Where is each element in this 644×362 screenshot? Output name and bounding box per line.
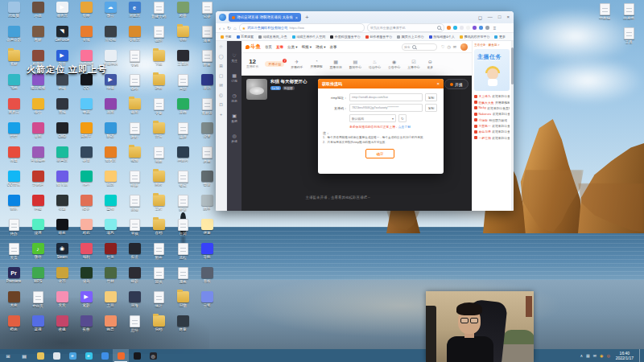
side-tool-icon[interactable]: ⊞ <box>219 64 223 68</box>
douyu-logo[interactable]: 斗鱼 <box>246 43 261 51</box>
tray-icon[interactable]: ◉ <box>600 353 603 358</box>
bookmark-item[interactable]: 外星科技服务平台 <box>330 35 361 39</box>
close-button[interactable]: × <box>506 14 510 20</box>
dashboard-item-开播提醒[interactable]: ◔开播提醒 <box>310 59 322 69</box>
extension-icon[interactable] <box>466 26 470 30</box>
file-explorer[interactable] <box>32 349 48 362</box>
side-tool-icon[interactable]: ◯ <box>218 54 223 59</box>
sidebar-item-订阅[interactable]: ▦订阅 <box>231 72 237 83</box>
scrollbar-thumb[interactable] <box>511 47 514 84</box>
nav-item-首页[interactable]: 首页 <box>265 45 272 49</box>
show-desktop-button[interactable] <box>639 349 642 362</box>
heart-icon[interactable]: ♡ <box>441 44 444 49</box>
sidebar-item-鱼吧[interactable]: ▣鱼吧 <box>231 113 237 123</box>
extension-icon[interactable] <box>473 26 477 30</box>
side-tool-icon[interactable]: ▢ <box>219 73 223 78</box>
taskbar-clock[interactable]: 16:40 2022/1/17 <box>616 351 634 360</box>
bookmark-item[interactable]: 游戏主播的个人空间 <box>292 35 326 39</box>
notice-list-item[interactable]: 暮色与海欢迎来到斗鱼直播 <box>473 129 511 134</box>
dashboard-item-活动中心[interactable]: ♨活动中心 <box>369 59 381 69</box>
ie-browser[interactable]: e <box>64 349 80 362</box>
tray-icon[interactable]: ✉ <box>593 353 597 358</box>
dashboard-item-直播日历[interactable]: ▦直播日历 <box>330 59 342 69</box>
notice-list-item[interactable]: 狂飙大大鱼开播提醒服务 <box>473 99 511 105</box>
user-avatar[interactable] <box>460 43 468 51</box>
confirm-button[interactable]: 确定 <box>365 149 394 158</box>
obs-studio[interactable]: ◎ <box>145 349 161 362</box>
page-scrollbar[interactable] <box>511 41 514 211</box>
page-search-box[interactable]: 搜索 <box>402 43 437 51</box>
extension-icon[interactable] <box>479 26 483 30</box>
bookmark-item[interactable]: 创作者服务平台 <box>365 35 393 39</box>
dashboard-item-开播助手[interactable]: ✈开播助手 <box>291 59 303 69</box>
dashboard-item-数据中心[interactable]: ▤数据中心 <box>349 59 361 69</box>
stream-plan-button[interactable]: 开播计划 7 <box>265 61 284 67</box>
task-link[interactable]: 主播任务 · 赚鱼翅 > <box>473 41 511 49</box>
side-tool-icon[interactable]: + <box>220 112 222 117</box>
bookmark-item[interactable]: 书签 <box>221 35 232 39</box>
stream-code-field[interactable]: 7821beu9306Qjg7wzIaowty********** <box>349 104 423 112</box>
qq-browser[interactable] <box>97 349 113 362</box>
dashboard-item-更多[interactable]: ⊖更多 <box>427 59 434 69</box>
tab-close-icon[interactable]: × <box>295 15 298 20</box>
side-tool-icon[interactable]: ✉ <box>219 83 223 88</box>
notice-list-item[interactable]: 小辣椒粉丝团升级啦 <box>473 117 511 123</box>
room-avatar[interactable] <box>246 79 267 100</box>
line-select[interactable]: 默认线路 ▾ <box>349 114 396 122</box>
extension-icon[interactable] <box>453 26 457 30</box>
nav-item-游戏[interactable]: 游戏 ▾ <box>316 45 326 49</box>
notice-list-item[interactable]: 天上傅九欢迎来到斗鱼直播 <box>473 93 511 99</box>
desktop-icon[interactable]: 白皮书 <box>617 3 640 20</box>
nav-item-直播[interactable]: 直播 <box>276 45 283 49</box>
address-bar[interactable]: ★ 武汉斗鱼网络科技有限公司 https://ww <box>239 23 365 32</box>
forward-button[interactable]: › <box>223 26 225 31</box>
nav-item-赛事[interactable]: 赛事 <box>330 45 337 49</box>
refresh-line-button[interactable]: ↻ <box>398 114 407 122</box>
bookmark-item[interactable]: 更多 <box>494 35 506 39</box>
maximize-button[interactable]: □ <box>498 14 502 20</box>
dashboard-item-主播中心[interactable]: ☑主播中心 <box>407 59 419 69</box>
browser-tab[interactable]: 游玩皇冠直播 游啊游直播间 大杂烩 × <box>229 13 301 22</box>
bookmark-item[interactable]: 网页云上工作台 <box>397 35 424 39</box>
copy-code-button[interactable]: 复制 <box>425 104 437 112</box>
side-tool-icon[interactable]: ⊡ <box>219 102 223 107</box>
menu-icon[interactable]: ≡ <box>493 26 497 31</box>
bookmark-item[interactable]: 熊猫相册&个人 <box>429 35 455 39</box>
browser-logo-icon[interactable] <box>219 14 226 21</box>
edge-browser[interactable]: e <box>80 349 97 362</box>
modal-close-icon[interactable]: × <box>436 81 440 86</box>
notice-list-item[interactable]: Nakoruru欢迎来到斗鱼直播 <box>473 111 511 117</box>
desktop-icon[interactable]: 工具 <box>617 27 640 44</box>
learn-more-link[interactable]: 点击了解 <box>398 125 411 129</box>
start-stream-button[interactable]: 开播 <box>444 79 469 89</box>
search-icon[interactable] <box>437 26 441 30</box>
bookmark-item[interactable]: 百度搜索 <box>237 35 254 39</box>
bookmark-item[interactable]: 游戏直播间_斗鱼 <box>258 35 287 39</box>
sidebar-item-发现[interactable]: ◎发现 <box>231 133 237 143</box>
notice-list-item[interactable]: 一梦江湖欢迎来到斗鱼直播 <box>473 135 511 141</box>
copy-rtmp-button[interactable]: 复制 <box>425 93 437 101</box>
task-banner[interactable]: 主播任务 <box>474 49 510 91</box>
dashboard-item-公告中心[interactable]: ◉公告中心 <box>388 59 400 69</box>
extension-icon[interactable] <box>447 26 451 30</box>
rtmp-address-field[interactable]: rtmp://send6.douyu.com/live <box>349 93 423 101</box>
desktop-icon[interactable]: 中本聪 <box>593 3 616 20</box>
sidebar-item-历史[interactable]: ◷历史 <box>231 93 237 103</box>
nav-item-分类[interactable]: 分类 ▾ <box>287 45 298 49</box>
notice-list-item[interactable]: Nicky欢迎来到斗鱼直播 <box>473 105 511 111</box>
side-tool-icon[interactable]: ☆ <box>219 44 223 49</box>
side-tool-icon[interactable]: ◴ <box>219 93 223 97</box>
nav-item-视频[interactable]: 视频 ▾ <box>302 45 312 49</box>
history-icon[interactable]: ◷ <box>447 44 450 49</box>
toolbar-search-box[interactable]: 华为发布全新折叠屏手机 <box>367 23 444 32</box>
tray-icon[interactable]: ∧ <box>580 353 583 358</box>
sidebar-item-关注[interactable]: ♡关注 <box>231 52 237 63</box>
extension-icon[interactable] <box>460 26 464 30</box>
panel-icon[interactable]: ◻ <box>478 14 482 20</box>
extension-icon[interactable] <box>485 26 489 30</box>
tray-icon[interactable]: ◎ <box>606 353 609 358</box>
home-button[interactable]: ⌂ <box>233 26 237 31</box>
tray-icon[interactable]: ▦ <box>586 353 590 358</box>
back-button[interactable]: ‹ <box>219 26 221 31</box>
refresh-button[interactable]: ↻ <box>227 25 231 31</box>
